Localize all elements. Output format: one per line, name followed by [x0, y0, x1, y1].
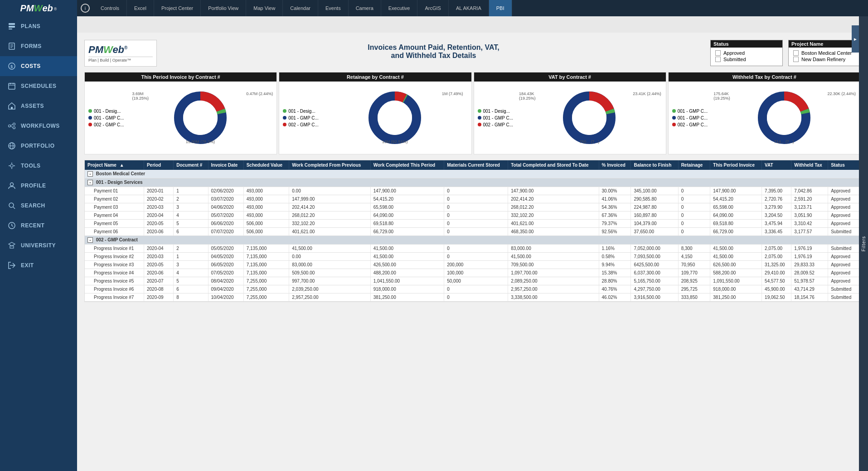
sidebar-item-forms[interactable]: FORMS: [0, 36, 77, 56]
col-scheduled-value[interactable]: Scheduled Value: [243, 160, 289, 170]
cell-2: 2: [174, 195, 208, 203]
sidebar-item-search[interactable]: SEARCH: [0, 196, 77, 216]
cell-2: 4: [174, 269, 208, 277]
col-work-prev[interactable]: Work Completed From Previous: [289, 160, 370, 170]
col-status[interactable]: Status: [828, 160, 860, 170]
info-icon[interactable]: i: [81, 4, 90, 13]
project-bmc-checkbox[interactable]: [793, 50, 799, 56]
section-collapse-btn[interactable]: -: [87, 237, 93, 243]
nav-controls[interactable]: Controls: [93, 0, 127, 16]
nav-portfolio-view[interactable]: Portfolio View: [201, 0, 246, 16]
sidebar-item-schedules[interactable]: SCHEDULES: [0, 76, 77, 96]
collapse-side-panel[interactable]: ►: [852, 25, 859, 53]
nav-alakaria[interactable]: AL AKARIA: [449, 0, 489, 16]
table-row[interactable]: Payment 042020-04405/07/2020493,000268,0…: [85, 211, 860, 220]
col-total-completed[interactable]: Total Completed and Stored To Date: [508, 160, 599, 170]
cell-1: 2020-06: [144, 269, 173, 277]
chart2-donut-wrapper: 1M (7.49%) 13M (92.51%): [322, 91, 468, 145]
table-row[interactable]: Payment 052020-05506/06/2020506,000332,1…: [85, 220, 860, 228]
table-row[interactable]: Progress Invoice #72020-09810/04/20207,2…: [85, 293, 860, 302]
chart3-legend-2: 001 - GMP C...: [478, 115, 514, 120]
status-submitted-option[interactable]: Submitted: [715, 57, 778, 62]
university-icon: [7, 241, 16, 250]
table-row[interactable]: Payment 022020-02203/07/2020493,000147,9…: [85, 195, 860, 203]
nav-excel[interactable]: Excel: [127, 0, 154, 16]
nav-events[interactable]: Events: [318, 0, 349, 16]
sidebar-item-recent[interactable]: RECENT: [0, 216, 77, 236]
sidebar-item-profile[interactable]: PROFILE: [0, 176, 77, 196]
project-ndr-option[interactable]: New Dawn Refinery: [793, 57, 856, 62]
cell-14: 28,009.52: [791, 269, 828, 277]
status-submitted-checkbox[interactable]: [715, 57, 721, 62]
cell-9: 28.80%: [599, 277, 631, 285]
nav-pbi[interactable]: PBI: [489, 0, 512, 16]
col-period[interactable]: Period: [144, 160, 173, 170]
sidebar-label-forms: FORMS: [21, 43, 42, 49]
sidebar-item-costs[interactable]: $ COSTS: [0, 56, 77, 76]
chart3-legend-3: 002 - GMP C...: [478, 122, 514, 127]
col-document[interactable]: Document #: [174, 160, 208, 170]
app-logo[interactable]: PMWeb ®: [0, 0, 77, 16]
project-ndr-checkbox[interactable]: [793, 57, 799, 62]
table-row[interactable]: Payment 062020-06607/07/2020506,000401,6…: [85, 228, 860, 236]
filters-panel[interactable]: Filters: [859, 16, 868, 471]
table-row[interactable]: Progress Invoice #62020-08609/04/20207,2…: [85, 285, 860, 293]
sidebar-item-university[interactable]: UNIVERSITY: [0, 236, 77, 255]
nav-map-view[interactable]: Map View: [246, 0, 283, 16]
col-balance[interactable]: Balance to Finish: [631, 160, 678, 170]
cell-13: 29,410.00: [762, 269, 791, 277]
status-approved-checkbox[interactable]: [715, 50, 721, 56]
col-this-period[interactable]: This Period Invoice: [710, 160, 762, 170]
nav-camera[interactable]: Camera: [349, 0, 381, 16]
table-row[interactable]: Progress Invoice #42020-06407/05/20207,1…: [85, 269, 860, 277]
chart4-label-bottom: 714... (7...): [774, 139, 794, 144]
table-row[interactable]: Progress Invoice #32020-05306/05/20207,1…: [85, 261, 860, 269]
section-collapse-btn[interactable]: -: [87, 180, 93, 185]
sidebar-item-plans[interactable]: PLANS: [0, 16, 77, 36]
col-materials[interactable]: Materials Current Stored: [444, 160, 508, 170]
cell-6: 1,041,550.00: [370, 277, 444, 285]
group-collapse-btn[interactable]: -: [87, 171, 93, 177]
col-vat[interactable]: VAT: [762, 160, 791, 170]
col-invoice-date[interactable]: Invoice Date: [208, 160, 243, 170]
table-row[interactable]: Progress Invoice #52020-07508/04/20207,2…: [85, 277, 860, 285]
cell-11: 109,770: [678, 269, 710, 277]
table-row[interactable]: Progress Invoice #22020-03104/05/20207,1…: [85, 253, 860, 261]
nav-calendar[interactable]: Calendar: [283, 0, 318, 16]
cell-11: 0: [678, 187, 710, 195]
charts-row: This Period Invoice by Contract # 001 - …: [84, 72, 861, 154]
report-title-box: Invoices Amount Paid, Retention, VAT, an…: [166, 40, 701, 60]
sidebar-item-portfolio[interactable]: PORTFOLIO: [0, 136, 77, 156]
table-row[interactable]: Payment 012020-01102/06/2020493,0000.001…: [85, 187, 860, 195]
status-approved-option[interactable]: Approved: [715, 50, 778, 56]
col-work-this[interactable]: Work Completed This Period: [370, 160, 444, 170]
chart2-label-2: 001 - GMP C...: [288, 115, 319, 120]
sidebar-item-exit[interactable]: EXIT: [0, 255, 77, 275]
chart4-label-2: 001 - GMP C...: [678, 115, 708, 120]
sidebar-item-workflows[interactable]: WORKFLOWS: [0, 116, 77, 136]
nav-executive[interactable]: Executive: [381, 0, 418, 16]
cell-15: Approved: [828, 261, 860, 269]
nav-project-center[interactable]: Project Center: [154, 0, 201, 16]
sidebar-item-tools[interactable]: TOOLS: [0, 156, 77, 176]
sort-arrow-project: ▲: [120, 162, 124, 168]
chart-retainage: Retainage by Contract # 001 - Desig... 0…: [279, 72, 471, 154]
project-bmc-option[interactable]: Boston Medical Center: [793, 50, 856, 56]
cell-14: 3,177.57: [791, 228, 828, 236]
col-pct-invoiced[interactable]: % Invoiced: [599, 160, 631, 170]
table-row[interactable]: Payment 032020-03304/06/2020493,000202,4…: [85, 203, 860, 211]
cell-10: 345,100.00: [631, 187, 678, 195]
chart3-label-topright: 23.41K (2.44%): [633, 91, 661, 96]
nav-arcgis[interactable]: ArcGIS: [417, 0, 448, 16]
cell-13: 54,577.50: [762, 277, 791, 285]
sidebar-item-assets[interactable]: ASSETS: [0, 96, 77, 116]
table-row[interactable]: Progress Invoice #12020-04205/05/20207,1…: [85, 245, 860, 253]
col-project-name[interactable]: Project Name ▲: [85, 160, 144, 170]
cell-13: 19,062.50: [762, 293, 791, 302]
main-content: PMWeb® Plan | Build | Operate™ Invoices …: [77, 33, 868, 471]
chart2-legend-1: 001 - Desig...: [283, 109, 319, 114]
col-withheld[interactable]: Withheld Tax: [791, 160, 828, 170]
col-retainage[interactable]: Retainage: [678, 160, 710, 170]
chart2-legend-2: 001 - GMP C...: [283, 115, 319, 120]
cell-0: Progress Invoice #5: [85, 277, 144, 285]
